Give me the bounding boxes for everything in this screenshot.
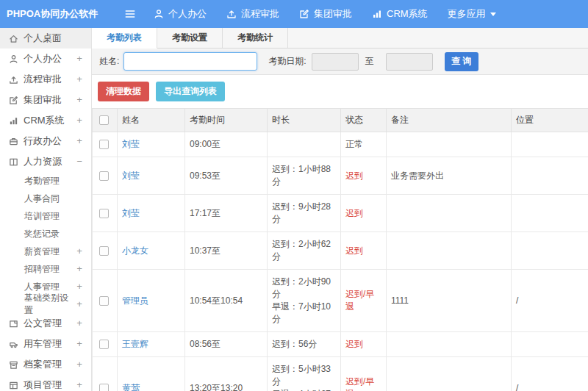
sidebar-subitem-label: 招聘管理 [24,263,60,276]
sidebar-subitem-label: 基础类别设置 [24,292,76,317]
sidebar-subitem-label: 培训管理 [24,210,60,223]
sidebar-subitem-2[interactable]: 人事合同 [0,190,91,207]
duration-late: 迟到：1小时88分 [272,163,336,188]
filter-bar: 姓名: 考勤日期: 至 查 询 [92,49,588,75]
employee-name-link[interactable]: 刘莹 [122,171,140,181]
sidebar-subitem-6[interactable]: 招聘管理+ [0,260,91,278]
expand-indicator: + [76,359,82,370]
car-icon [9,340,18,349]
date-from-input[interactable] [312,53,359,71]
table-row: 刘莹17:17至迟到：9小时28分迟到 [93,195,588,232]
location-cell: / [512,270,588,332]
sidebar-subitem-8[interactable]: 基础类别设置+ [0,295,91,313]
hamburger-menu-icon[interactable] [124,8,136,20]
search-button[interactable]: 查 询 [445,52,478,71]
employee-name-link[interactable]: 刘莹 [122,139,140,149]
location-cell [512,332,588,357]
name-filter-input[interactable] [123,52,257,71]
flow-icon [9,75,18,85]
sidebar-item-label: 公文管理 [24,317,62,330]
duration-cell: 迟到：2小时62分 [268,232,341,270]
sidebar-subitem-3[interactable]: 培训管理 [0,207,91,225]
note-cell [387,132,512,157]
sidebar-item-8[interactable]: 公文管理+ [0,313,91,334]
location-cell [512,232,588,270]
date-to-input[interactable] [386,53,433,71]
employee-name-link[interactable]: 黄莺 [122,383,140,391]
sidebar-item-3[interactable]: 流程审批+ [0,69,91,90]
row-checkbox[interactable] [99,209,109,218]
row-checkbox[interactable] [99,296,109,306]
export-list-button[interactable]: 导出查询列表 [156,82,225,101]
sidebar-item-2[interactable]: 个人办公+ [0,49,91,69]
employee-name-link[interactable]: 刘莹 [122,208,140,218]
topnav-label: 个人办公 [168,7,207,21]
status-badge: 迟到 [345,339,363,349]
sidebar-subitem-4[interactable]: 奖惩记录 [0,225,91,243]
sidebar-item-5[interactable]: CRM系统+ [0,110,91,131]
topnav-item-1[interactable]: 个人办公 [154,7,207,21]
user-icon [154,9,164,19]
location-cell [512,195,588,232]
status-badge: 正常 [345,139,363,149]
chart-icon [9,116,18,126]
sidebar-item-4[interactable]: 集团审批+ [0,90,91,110]
topnav-item-3[interactable]: 集团审批 [299,7,352,21]
topnav-label: 更多应用 [448,7,486,21]
tab-2[interactable]: 考勤设置 [157,28,223,48]
expand-indicator: + [76,95,82,106]
row-checkbox[interactable] [99,340,109,349]
sidebar-subitem-5[interactable]: 薪资管理+ [0,243,91,260]
top-bar: PHPOA协同办公软件 个人办公流程审批集团审批CRM系统更多应用 [0,0,588,28]
chart-icon [372,9,382,19]
column-header: 姓名 [118,109,185,132]
employee-name-link[interactable]: 管理员 [122,295,148,306]
employee-name-link[interactable]: 小龙女 [122,245,148,256]
sidebar-item-6[interactable]: 行政办公+ [0,131,91,151]
duration-cell: 迟到：5小时33分早退：4小时67分 [268,357,341,391]
row-checkbox[interactable] [99,384,109,391]
collapse-indicator: − [76,157,82,168]
attendance-time-cell: 13:20至13:20 [185,357,268,391]
attendance-time-cell: 10:54至10:54 [185,270,268,332]
sidebar-item-7[interactable]: 人力资源− [0,151,91,172]
row-checkbox[interactable] [99,171,109,181]
duration-cell: 迟到：56分 [268,332,341,357]
phpoa-app-window: PHPOA协同办公软件 个人办公流程审批集团审批CRM系统更多应用 个人桌面个人… [0,0,588,391]
sidebar-item-11[interactable]: 项目管理+ [0,375,91,391]
expand-indicator: + [76,339,82,350]
tab-1[interactable]: 考勤列表 [92,28,157,49]
sidebar-item-label: 档案管理 [24,358,62,371]
topnav-item-2[interactable]: 流程审批 [226,7,279,21]
action-button-row: 清理数据 导出查询列表 [92,75,588,108]
sidebar-item-label: 流程审批 [24,73,62,86]
topnav-item-4[interactable]: CRM系统 [372,7,428,21]
note-cell [387,195,512,232]
clean-data-button[interactable]: 清理数据 [98,82,149,101]
status-badge: 迟到/早退 [345,376,374,391]
row-checkbox[interactable] [99,140,109,149]
sidebar-item-9[interactable]: 用车管理+ [0,334,91,354]
tab-bar: 考勤列表考勤设置考勤统计 [92,28,588,49]
sidebar-item-1[interactable]: 个人桌面 [0,28,91,49]
tab-3[interactable]: 考勤统计 [223,28,288,48]
sidebar-subitem-1[interactable]: 考勤管理 [0,172,91,190]
select-all-checkbox[interactable] [99,115,109,125]
column-header: 备注 [387,109,512,132]
employee-name-link[interactable]: 王壹辉 [122,339,148,349]
home-icon [9,34,18,43]
main-content: 考勤列表考勤设置考勤统计 姓名: 考勤日期: 至 查 询 清理数据 导出查询列表 [92,28,588,391]
archive-icon [9,360,18,370]
sidebar-item-label: CRM系统 [24,114,65,127]
attendance-time-cell: 09:53至 [185,157,268,195]
sidebar-item-10[interactable]: 档案管理+ [0,354,91,375]
sidebar-subitem-label: 人事合同 [24,193,60,205]
table-row: 管理员10:54至10:54迟到：2小时90分早退：7小时10分迟到/早退111… [93,270,588,332]
attendance-time-cell: 17:17至 [185,195,268,232]
edit-icon [9,96,18,105]
topnav-item-5[interactable]: 更多应用 [448,7,496,21]
location-cell [512,157,588,195]
sidebar-item-label: 行政办公 [24,134,62,148]
row-checkbox[interactable] [99,246,109,256]
note-cell [387,232,512,270]
